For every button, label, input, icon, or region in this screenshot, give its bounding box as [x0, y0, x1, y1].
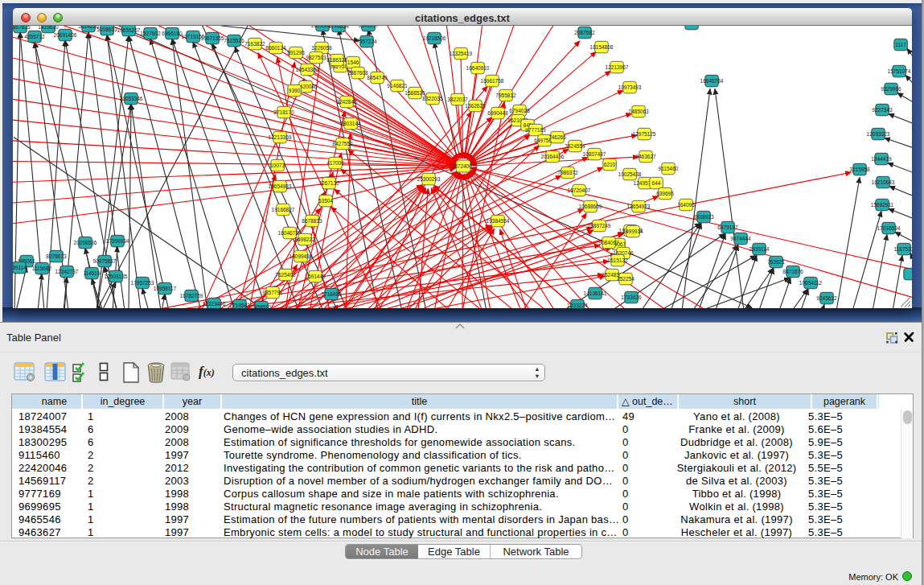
svg-text:15751074: 15751074 [888, 68, 911, 74]
svg-text:10973493: 10973493 [618, 84, 642, 90]
svg-text:2719583: 2719583 [229, 303, 250, 308]
svg-text:18807249: 18807249 [588, 223, 611, 229]
svg-text:5108603: 5108603 [97, 27, 117, 32]
svg-text:3267130: 3267130 [318, 180, 339, 186]
svg-text:20691406: 20691406 [54, 32, 77, 38]
svg-text:4744854: 4744854 [328, 26, 349, 29]
svg-text:10654112: 10654112 [799, 280, 823, 286]
svg-text:19654983: 19654983 [269, 183, 292, 189]
svg-text:2803144: 2803144 [340, 121, 361, 126]
svg-text:1527602: 1527602 [140, 31, 161, 36]
svg-text:1691449: 1691449 [305, 274, 326, 279]
svg-text:8186328: 8186328 [326, 57, 347, 63]
svg-text:13654923: 13654923 [627, 204, 651, 209]
svg-text:10655267: 10655267 [117, 27, 141, 33]
svg-text:2087682: 2087682 [574, 30, 595, 35]
svg-text:9329966: 9329966 [881, 86, 901, 92]
svg-text:9115460: 9115460 [659, 166, 679, 171]
svg-text:16640910: 16640910 [466, 65, 490, 71]
svg-text:11325419: 11325419 [450, 51, 473, 56]
svg-text:12342737: 12342737 [55, 269, 79, 274]
svg-text:5614226: 5614226 [78, 26, 99, 29]
svg-text:6479197: 6479197 [717, 225, 738, 230]
svg-text:8813054: 8813054 [681, 26, 702, 27]
svg-text:1546: 1546 [347, 60, 359, 65]
svg-text:417006: 417006 [326, 160, 344, 166]
svg-text:4055712: 4055712 [24, 34, 45, 39]
svg-text:10025438: 10025438 [618, 171, 642, 177]
svg-text:252254: 252254 [617, 276, 634, 282]
svg-text:3242848: 3242848 [336, 99, 357, 105]
svg-text:17016534: 17016534 [877, 225, 901, 231]
svg-text:8471676: 8471676 [782, 269, 803, 274]
svg-text:6966160: 6966160 [162, 31, 183, 36]
svg-text:8427552: 8427552 [332, 141, 353, 146]
svg-text:746266: 746266 [548, 134, 566, 140]
svg-text:8660124: 8660124 [265, 45, 286, 51]
svg-text:2867608: 2867608 [347, 70, 368, 76]
svg-text:1362625: 1362625 [465, 103, 486, 109]
svg-text:10073: 10073 [270, 163, 285, 168]
svg-text:1533224: 1533224 [567, 303, 588, 308]
svg-text:8938923: 8938923 [693, 214, 714, 220]
svg-text:16961758: 16961758 [481, 78, 504, 84]
svg-text:25300293: 25300293 [417, 176, 441, 182]
svg-text:2867825: 2867825 [13, 26, 31, 30]
svg-text:6990448: 6990448 [487, 110, 508, 116]
svg-text:10671355: 10671355 [201, 35, 224, 41]
svg-text:8078673: 8078673 [46, 253, 67, 259]
svg-text:1115682: 1115682 [32, 266, 52, 271]
svg-text:7163822: 7163822 [244, 41, 265, 47]
svg-text:16046738: 16046738 [278, 230, 302, 236]
svg-text:9245612: 9245612 [816, 295, 837, 301]
svg-text:7625402: 7625402 [275, 272, 296, 278]
svg-text:19384554: 19384554 [487, 218, 510, 224]
svg-text:10543362: 10543362 [296, 67, 319, 72]
svg-text:9777169: 9777169 [525, 127, 546, 133]
svg-text:7986372: 7986372 [557, 170, 578, 175]
svg-text:8678833: 8678833 [302, 218, 322, 224]
svg-text:9146821: 9146821 [387, 83, 408, 89]
svg-text:12503135: 12503135 [105, 274, 128, 279]
svg-text:3718485: 3718485 [321, 291, 342, 297]
svg-text:7955812: 7955812 [495, 93, 516, 98]
svg-text:12975125: 12975125 [633, 131, 656, 137]
svg-text:1244419: 1244419 [871, 156, 892, 162]
svg-text:3824554: 3824554 [565, 143, 585, 149]
svg-text:10688609: 10688609 [579, 204, 602, 209]
svg-text:16210643: 16210643 [872, 179, 895, 185]
svg-text:16154808: 16154808 [590, 44, 614, 50]
svg-text:1499914: 1499914 [622, 229, 643, 234]
svg-text:14099489: 14099489 [290, 253, 313, 259]
svg-text:17359934: 17359934 [106, 238, 129, 244]
svg-text:1419610: 1419610 [38, 26, 59, 30]
svg-text:10807487: 10807487 [583, 151, 606, 157]
svg-text:6210: 6210 [604, 162, 616, 167]
svg-text:9857791: 9857791 [262, 290, 283, 295]
svg-text:9463627: 9463627 [635, 154, 656, 159]
svg-text:3341057: 3341057 [358, 26, 379, 28]
svg-text:20053346: 20053346 [120, 96, 143, 101]
svg-text:9084067: 9084067 [598, 240, 619, 245]
svg-text:12213967: 12213967 [606, 64, 629, 70]
svg-text:53504: 53504 [318, 198, 333, 204]
svg-text:14136141: 14136141 [584, 290, 607, 296]
svg-text:1167533: 1167533 [894, 246, 912, 252]
svg-text:7357224: 7357224 [356, 39, 377, 44]
svg-text:3498222: 3498222 [294, 237, 315, 242]
svg-text:7515526: 7515526 [224, 38, 244, 43]
svg-text:2935114: 2935114 [749, 246, 770, 252]
svg-text:3822037: 3822037 [447, 97, 468, 102]
svg-text:12213369: 12213369 [269, 134, 292, 140]
svg-text:763621: 763621 [767, 259, 785, 265]
svg-text:12093323: 12093323 [867, 131, 890, 137]
svg-text:644: 644 [652, 180, 661, 186]
svg-text:3215958: 3215958 [849, 167, 870, 172]
svg-text:639695: 639695 [656, 191, 674, 196]
svg-text:20364436: 20364436 [541, 154, 565, 159]
svg-text:9227343: 9227343 [872, 107, 893, 113]
svg-text:114519: 114519 [83, 270, 101, 276]
svg-text:16648784: 16648784 [700, 78, 724, 84]
svg-text:1588520: 1588520 [405, 90, 425, 96]
svg-text:2458591: 2458591 [251, 304, 272, 308]
